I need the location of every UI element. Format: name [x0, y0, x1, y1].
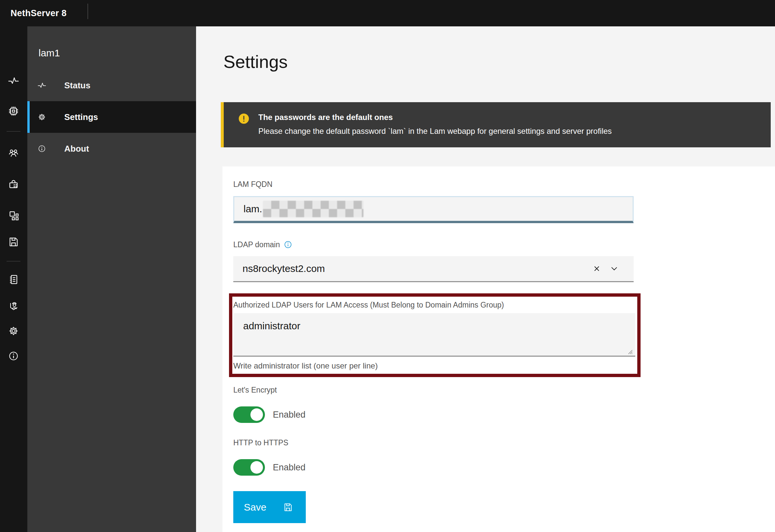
- about-info-icon[interactable]: [8, 350, 19, 362]
- activity-icon: [37, 81, 46, 90]
- warning-notification: The passwords are the default ones Pleas…: [221, 102, 771, 147]
- authorized-users-textarea[interactable]: administrator: [233, 313, 635, 357]
- lam-fqdn-value-prefix: lam.: [243, 203, 262, 214]
- warning-icon: [238, 113, 249, 124]
- info-icon: [37, 144, 46, 153]
- http-to-https-label: HTTP to HTTPS: [233, 438, 288, 447]
- authorized-users-helper: Write administrator list (one user per l…: [233, 361, 377, 371]
- clear-selection-icon[interactable]: [593, 264, 601, 273]
- toggle-knob: [250, 408, 263, 421]
- lam-fqdn-input[interactable]: lam.: [233, 196, 634, 223]
- backup-icon[interactable]: [8, 236, 19, 248]
- save-button-label: Save: [244, 502, 266, 513]
- http-to-https-row: Enabled: [233, 459, 305, 476]
- software-center-icon[interactable]: [8, 178, 19, 190]
- sidebar-item-label: Status: [64, 80, 90, 91]
- redacted-domain-blur: [263, 201, 363, 217]
- lets-encrypt-toggle[interactable]: [233, 406, 265, 423]
- header-divider: [88, 4, 88, 19]
- notification-text: The passwords are the default ones Pleas…: [258, 112, 612, 136]
- http-to-https-state: Enabled: [273, 462, 305, 473]
- users-icon[interactable]: [8, 147, 19, 159]
- lets-encrypt-row: Enabled: [233, 406, 305, 423]
- lets-encrypt-state: Enabled: [273, 410, 305, 420]
- lets-encrypt-label: Let's Encrypt: [233, 386, 277, 395]
- system-chip-icon[interactable]: [8, 105, 19, 117]
- lam-fqdn-label: LAM FQDN: [233, 180, 272, 189]
- activity-icon[interactable]: [8, 75, 19, 87]
- sidebar-item-label: Settings: [64, 112, 98, 122]
- notification-message: Please change the default password `lam`…: [258, 126, 612, 136]
- ldap-domain-label-row: LDAP domain: [233, 240, 292, 249]
- authorized-users-highlight-box: Authorized LDAP Users for LAM Access (Mu…: [229, 294, 641, 377]
- textarea-resize-handle[interactable]: [626, 348, 633, 355]
- security-officer-icon[interactable]: [8, 299, 19, 311]
- info-tooltip-icon[interactable]: [283, 240, 292, 249]
- gear-icon: [37, 112, 46, 122]
- settings-gear-icon[interactable]: [8, 325, 19, 337]
- chevron-down-icon[interactable]: [610, 264, 619, 273]
- apps-icon[interactable]: [8, 209, 19, 221]
- page-title: Settings: [223, 51, 288, 72]
- rail-divider: [7, 261, 20, 261]
- sidebar-item-about[interactable]: About: [27, 133, 196, 164]
- ldap-domain-value: ns8rockytest2.com: [242, 263, 593, 274]
- icon-rail: [0, 26, 27, 532]
- app-sidebar: lam1 Status Settings About: [27, 26, 196, 532]
- save-button[interactable]: Save: [233, 491, 306, 523]
- save-floppy-icon: [283, 502, 293, 513]
- http-to-https-toggle[interactable]: [233, 459, 265, 476]
- logs-icon[interactable]: [8, 274, 19, 286]
- ldap-domain-label: LDAP domain: [233, 240, 280, 249]
- sidebar-item-settings[interactable]: Settings: [27, 101, 196, 133]
- app-header: NethServer 8: [0, 0, 775, 26]
- rail-divider: [7, 131, 20, 131]
- notification-title: The passwords are the default ones: [258, 112, 612, 122]
- app-name: lam1: [39, 47, 60, 59]
- brand-title: NethServer 8: [11, 8, 67, 18]
- sidebar-item-status[interactable]: Status: [27, 70, 196, 101]
- toggle-knob: [250, 461, 263, 474]
- sidebar-item-label: About: [64, 144, 89, 154]
- ldap-domain-combobox[interactable]: ns8rockytest2.com: [233, 256, 634, 282]
- authorized-users-label: Authorized LDAP Users for LAM Access (Mu…: [233, 301, 504, 310]
